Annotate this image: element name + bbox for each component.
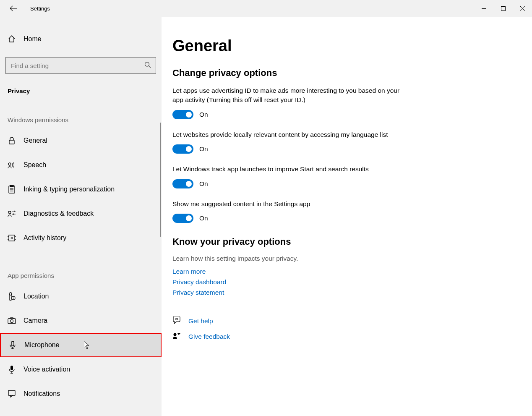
activity-icon <box>8 234 16 242</box>
sidebar-item-label: Voice activation <box>23 366 70 373</box>
sidebar-item-general[interactable]: General <box>0 128 162 153</box>
sidebar-category: Privacy <box>0 87 162 94</box>
svg-rect-26 <box>10 366 13 370</box>
link-privacy-dashboard[interactable]: Privacy dashboard <box>172 277 515 288</box>
svg-rect-25 <box>11 341 14 346</box>
sidebar-item-voice-activation[interactable]: Voice activation <box>0 357 162 382</box>
section-heading: Change privacy options <box>172 68 515 78</box>
close-icon <box>520 6 525 11</box>
page-title: General <box>172 37 515 55</box>
microphone-icon <box>8 341 17 349</box>
svg-rect-23 <box>8 319 16 324</box>
minimize-icon <box>482 6 486 11</box>
home-label: Home <box>23 35 42 43</box>
setting-desc: Show me suggested content in the Setting… <box>172 199 407 209</box>
sidebar: Home Privacy Windows permissions General… <box>0 17 162 416</box>
section-heading: Know your privacy options <box>172 236 515 247</box>
maximize-icon <box>501 6 506 11</box>
toggle-suggested-content[interactable] <box>172 214 193 223</box>
close-button[interactable] <box>513 2 532 15</box>
search-input[interactable] <box>5 57 156 74</box>
setting-suggested-content: Show me suggested content in the Setting… <box>172 199 407 223</box>
setting-advertising-id: Let apps use advertising ID to make ads … <box>172 86 407 119</box>
sidebar-item-label: Inking & typing personalization <box>23 186 115 193</box>
home-icon <box>8 35 16 43</box>
svg-line-5 <box>149 66 151 68</box>
feedback-icon <box>172 332 181 342</box>
notifications-icon <box>8 390 16 398</box>
link-give-feedback[interactable]: Give feedback <box>188 333 230 340</box>
minimize-button[interactable] <box>474 2 493 15</box>
sidebar-item-label: Diagnostics & feedback <box>23 210 94 217</box>
clipboard-icon <box>8 185 16 194</box>
setting-desc: Let Windows track app launches to improv… <box>172 165 407 174</box>
help-icon: ? <box>172 317 181 326</box>
setting-app-launches: Let Windows track app launches to improv… <box>172 165 407 188</box>
setting-desc: Let websites provide locally relevant co… <box>172 130 407 139</box>
cursor-icon <box>84 341 90 351</box>
section-subtext: Learn how this setting impacts your priv… <box>172 255 515 262</box>
sidebar-item-diagnostics[interactable]: Diagnostics & feedback <box>0 201 162 226</box>
sidebar-item-location[interactable]: Location <box>0 284 162 309</box>
toggle-state: On <box>199 215 208 222</box>
toggle-language-list[interactable] <box>172 144 193 154</box>
toggle-advertising-id[interactable] <box>172 110 193 119</box>
svg-point-30 <box>174 333 177 336</box>
sidebar-item-speech[interactable]: Speech <box>0 153 162 177</box>
voice-icon <box>8 365 16 374</box>
sidebar-item-microphone[interactable]: Microphone <box>0 333 162 357</box>
arrow-left-icon <box>10 5 17 12</box>
titlebar: Settings <box>0 0 532 17</box>
link-get-help[interactable]: Get help <box>188 317 213 325</box>
svg-rect-6 <box>9 140 14 144</box>
svg-rect-14 <box>9 235 15 241</box>
sidebar-item-inking[interactable]: Inking & typing personalization <box>0 177 162 201</box>
sidebar-item-label: Speech <box>23 161 46 169</box>
window-title: Settings <box>30 5 50 12</box>
setting-desc: Let apps use advertising ID to make ads … <box>172 86 407 105</box>
link-learn-more[interactable]: Learn more <box>172 267 515 277</box>
sidebar-home[interactable]: Home <box>0 29 162 49</box>
sidebar-item-camera[interactable]: Camera <box>0 309 162 333</box>
sidebar-item-label: General <box>23 137 47 144</box>
svg-rect-1 <box>501 6 505 10</box>
setting-language-list: Let websites provide locally relevant co… <box>172 130 407 154</box>
svg-point-4 <box>145 62 149 66</box>
svg-point-20 <box>9 293 12 295</box>
sidebar-item-label: Microphone <box>24 341 60 349</box>
svg-point-24 <box>10 320 13 323</box>
toggle-state: On <box>199 180 208 188</box>
search-icon <box>144 62 151 70</box>
camera-icon <box>8 317 16 325</box>
main-content: General Change privacy options Let apps … <box>162 17 532 416</box>
toggle-app-launches[interactable] <box>172 179 193 188</box>
feedback-icon <box>8 209 16 218</box>
toggle-state: On <box>199 145 208 153</box>
sidebar-item-activity[interactable]: Activity history <box>0 226 162 250</box>
location-icon <box>8 292 16 301</box>
sidebar-item-label: Notifications <box>23 390 60 398</box>
link-privacy-statement[interactable]: Privacy statement <box>172 288 515 298</box>
toggle-state: On <box>199 111 208 118</box>
sidebar-item-notifications[interactable]: Notifications <box>0 382 162 406</box>
sidebar-group-app-permissions: App permissions <box>0 272 162 279</box>
sidebar-item-label: Camera <box>23 317 47 324</box>
sidebar-group-windows-permissions: Windows permissions <box>0 116 162 123</box>
svg-point-19 <box>11 237 13 239</box>
svg-point-22 <box>13 298 14 298</box>
svg-point-7 <box>8 163 11 165</box>
svg-rect-27 <box>8 390 15 395</box>
maximize-button[interactable] <box>493 2 513 15</box>
sidebar-item-label: Activity history <box>23 234 66 242</box>
lock-icon <box>8 136 16 145</box>
sidebar-item-label: Location <box>23 293 49 300</box>
speech-icon <box>8 161 16 169</box>
svg-point-13 <box>8 211 11 214</box>
back-button[interactable] <box>6 1 21 16</box>
